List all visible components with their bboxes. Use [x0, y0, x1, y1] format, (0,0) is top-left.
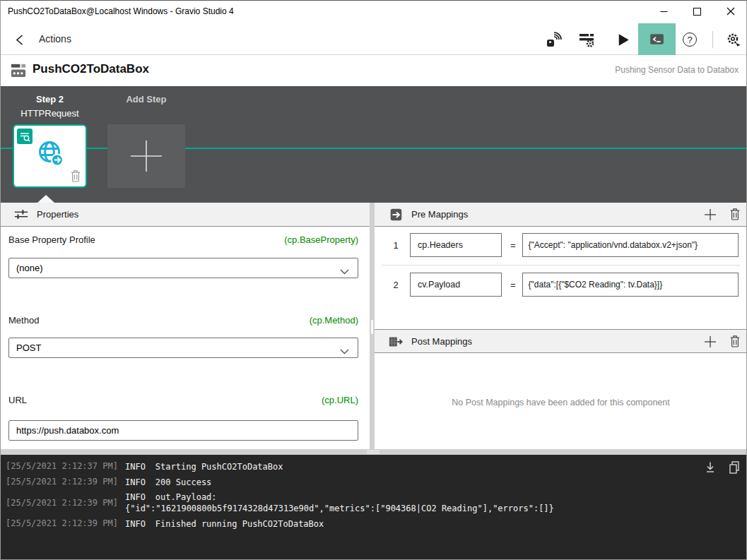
properties-title: Properties [37, 209, 78, 220]
action-settings-gear-icon [578, 31, 595, 48]
log-level: INFO [125, 492, 146, 502]
delete-pre-mapping-button[interactable] [729, 208, 741, 222]
input-value: https://push.databox.com [16, 425, 119, 436]
base-property-profile-select[interactable]: (none) [8, 258, 358, 278]
action-subtitle: Pushing Sensor Data to Databox [615, 65, 739, 75]
selected-step-pointer [37, 195, 54, 203]
log-console-button-active[interactable] [638, 23, 676, 55]
input-value: cp.Headers [418, 240, 463, 250]
action-settings-button[interactable] [577, 30, 596, 49]
sliders-icon [13, 207, 29, 225]
back-button[interactable] [10, 32, 30, 47]
delete-post-mapping-button[interactable] [729, 335, 741, 349]
log-message: 200 Success [155, 477, 211, 487]
sensor-device-button[interactable] [545, 30, 563, 49]
title-bar: PushCO2ToDataBox@Localhost Windows - Gra… [0, 0, 747, 23]
splitter-grip [367, 451, 380, 453]
post-mappings-header: Post Mappings [375, 329, 747, 353]
log-entry: [25/5/2021 2:12:37 PM] INFOStarting Push… [6, 460, 747, 472]
log-timestamp: [25/5/2021 2:12:37 PM] [6, 460, 118, 472]
chevron-left-icon [14, 34, 26, 46]
add-step-tile[interactable] [107, 124, 185, 188]
run-action-button[interactable] [613, 30, 632, 49]
field-label: URL [8, 395, 27, 405]
row-divider [382, 265, 740, 266]
help-button[interactable]: ? [681, 30, 699, 49]
plus-icon [704, 208, 717, 221]
method-select[interactable]: POST [8, 338, 358, 358]
log-console: [25/5/2021 2:12:37 PM] INFOStarting Push… [0, 455, 747, 560]
log-timestamp: [25/5/2021 2:12:39 PM] [6, 476, 118, 488]
plus-icon [704, 335, 717, 348]
log-level: INFO [125, 519, 146, 529]
field-label: Base Property Profile [8, 234, 95, 245]
chevron-down-icon [340, 266, 349, 277]
field-property-ref: (cp.BaseProperty) [284, 234, 358, 245]
row-index: 1 [387, 240, 404, 251]
log-level: INFO [125, 462, 146, 472]
mapping-target-input[interactable]: cv.Payload [410, 273, 502, 297]
log-message-line2: {"id":"1621900800b5f9174328d47313e90d","… [125, 503, 554, 514]
add-pre-mapping-button[interactable] [704, 208, 717, 221]
log-entry: [25/5/2021 2:12:39 PM] INFO200 Success [6, 476, 747, 488]
action-title: PushCO2ToDataBox [33, 62, 149, 76]
equals-sign: = [510, 280, 516, 290]
box-arrow-out-icon [388, 334, 404, 352]
add-step-label: Add Step [107, 94, 185, 105]
close-button[interactable] [714, 0, 747, 23]
copy-log-button[interactable] [727, 460, 742, 476]
minimize-icon [660, 8, 668, 16]
chevron-down-icon [340, 346, 349, 357]
input-value: {"data":[{"$CO2 Reading": tv.Data}]} [529, 280, 663, 290]
download-icon [703, 460, 717, 475]
maximize-icon [693, 8, 701, 16]
splitter-grip [371, 320, 373, 334]
play-icon [615, 32, 631, 48]
mapping-value-input[interactable]: {"Accept": "application/vnd.databox.v2+j… [522, 233, 739, 257]
mapping-target-input[interactable]: cp.Headers [410, 233, 502, 257]
input-value: {"Accept": "application/vnd.databox.v2+j… [529, 240, 698, 250]
post-mappings-title: Post Mappings [411, 336, 472, 347]
actions-breadcrumb-label[interactable]: Actions [39, 33, 71, 44]
maximize-button[interactable] [681, 0, 714, 23]
step-type-label: HTTPRequest [13, 108, 87, 119]
minimize-button[interactable] [647, 0, 681, 23]
mapping-value-input[interactable]: {"data":[{"$CO2 Reading": tv.Data}]} [522, 273, 739, 297]
trash-icon [729, 335, 741, 347]
globe-arrow-icon [34, 138, 68, 174]
field-label-row: URL (cp.URL) [0, 395, 370, 407]
window-title: PushCO2ToDataBox@Localhost Windows - Gra… [8, 6, 234, 16]
add-post-mapping-button[interactable] [704, 335, 717, 348]
select-value: POST [16, 342, 41, 353]
url-input[interactable]: https://push.databox.com [8, 420, 358, 441]
field-label-row: Base Property Profile (cp.BaseProperty) [0, 234, 370, 246]
properties-panel: Properties Base Property Profile (cp.Bas… [0, 203, 370, 449]
vertical-splitter[interactable] [370, 203, 375, 449]
post-mappings-empty-message: No Post Mappings have been added for thi… [375, 398, 747, 407]
action-header: PushCO2ToDataBox Pushing Sensor Data to … [0, 55, 747, 86]
step-card-httprequest-selected[interactable] [13, 124, 87, 188]
action-table-icon [10, 61, 28, 82]
mappings-panel: Pre Mappings 1 cp.Headers = [375, 203, 747, 449]
download-log-button[interactable] [702, 460, 718, 476]
log-message: out.Payload: [155, 492, 217, 502]
document-search-icon [17, 129, 33, 147]
pre-mapping-row: 1 cp.Headers = {"Accept": "application/v… [375, 233, 747, 257]
trash-icon [729, 208, 741, 220]
horizontal-splitter[interactable] [0, 449, 747, 455]
log-level: INFO [125, 477, 146, 487]
delete-step-button[interactable] [69, 169, 82, 184]
gear-sync-icon [725, 31, 742, 48]
settings-sync-button[interactable] [724, 30, 743, 49]
pre-mapping-row: 2 cv.Payload = {"data":[{"$CO2 Reading":… [375, 273, 747, 297]
terminal-icon [648, 30, 666, 48]
step-flow-area: Step 2 HTTPRequest Add Step [0, 86, 747, 203]
field-label: Method [8, 315, 39, 326]
toolbar-divider [712, 31, 713, 48]
row-index: 2 [387, 280, 404, 290]
select-value: (none) [16, 263, 43, 273]
close-icon [727, 7, 735, 16]
log-entry: [25/5/2021 2:12:39 PM] INFOout.Payload: … [6, 492, 747, 514]
field-property-ref: (cp.Method) [310, 315, 358, 326]
pre-mappings-header: Pre Mappings [375, 203, 747, 227]
